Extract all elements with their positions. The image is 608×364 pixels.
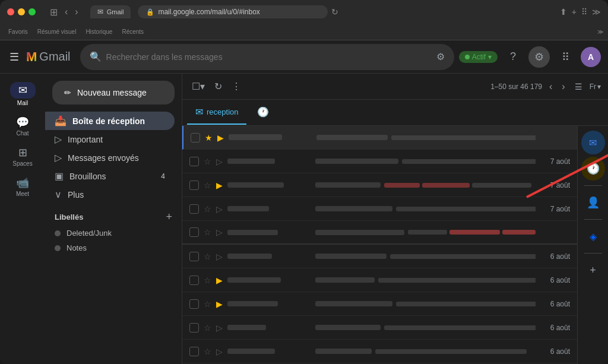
sidebar-item-sent[interactable]: ▷ Messages envoyés [45, 148, 175, 167]
row-important-icon[interactable]: ▷ [216, 347, 223, 356]
extensions-button[interactable]: ⠿ [581, 7, 587, 17]
prev-page-button[interactable]: ‹ [547, 79, 555, 94]
new-tab-button[interactable]: + [572, 7, 577, 17]
table-row[interactable]: ☆ ▷ 6 août [182, 245, 577, 268]
row-star-icon[interactable]: ★ [205, 133, 213, 143]
tasks-sidebar-button[interactable]: 🕐 [581, 157, 605, 181]
row-checkbox[interactable] [191, 133, 200, 143]
compose-button[interactable]: ✏ Nouveau message [52, 81, 175, 105]
search-options-button[interactable]: ⚙ [436, 51, 445, 62]
tab-clock[interactable]: 🕐 [249, 100, 277, 125]
row-star-icon[interactable]: ☆ [204, 252, 211, 261]
row-checkbox[interactable] [189, 227, 199, 237]
sidebar-item-inbox[interactable]: 📥 Boîte de réception [45, 112, 175, 130]
maximize-button[interactable] [28, 8, 36, 15]
address-bar[interactable]: 🔒 mail.google.com/mail/u/0/#inbox [138, 5, 328, 18]
toolbar-bookmark-3[interactable]: Historique [82, 27, 116, 36]
hamburger-menu-button[interactable]: ☰ [7, 48, 21, 66]
avatar-button[interactable]: A [581, 47, 601, 67]
row-star-icon[interactable]: ☆ [204, 157, 211, 166]
traffic-lights [7, 8, 36, 15]
table-row[interactable]: ☆ ▶ 7 août [182, 173, 577, 197]
close-button[interactable] [7, 8, 14, 15]
refresh-button[interactable]: ↻ [212, 78, 224, 94]
view-toggle-button[interactable]: ☰ [572, 80, 585, 94]
more-options-button[interactable]: ⋮ [229, 78, 243, 94]
row-checkbox[interactable] [189, 252, 199, 261]
add-label-button[interactable]: + [166, 211, 172, 223]
apps-button[interactable]: ⠿ [555, 46, 576, 68]
sidebar-label-deleted[interactable]: Deleted/Junk [45, 226, 175, 240]
sent-label: Messages envoyés [68, 153, 139, 163]
search-input[interactable] [106, 52, 432, 62]
select-all-button[interactable]: ☐▾ [189, 78, 207, 94]
browser-tab[interactable]: ✉ Gmail [90, 5, 131, 18]
language-button[interactable]: Fr ▾ [590, 83, 601, 91]
left-nav: ✉ Mail 💬 Chat ⊞ Spaces 📹 Meet [0, 74, 45, 364]
nav-item-meet[interactable]: 📹 Meet [4, 173, 42, 201]
notes-label-text: Notes [66, 243, 87, 252]
row-star-icon[interactable]: ☆ [204, 204, 211, 214]
nav-item-mail[interactable]: ✉ Mail [4, 78, 42, 110]
minimize-button[interactable] [18, 8, 25, 15]
sidebar-label-notes[interactable]: Notes [45, 240, 175, 255]
row-important-icon[interactable]: ▶ [217, 133, 224, 143]
share-button[interactable]: ⬆ [560, 7, 567, 17]
more-button[interactable]: ≫ [592, 7, 601, 17]
row-important-icon[interactable]: ▷ [216, 204, 223, 214]
row-star-icon[interactable]: ☆ [204, 181, 211, 190]
settings-button[interactable]: ⚙ [528, 46, 550, 68]
row-date: 6 août [540, 347, 570, 356]
calendar-sidebar-button[interactable]: ✉ [581, 131, 605, 154]
row-important-icon[interactable]: ▷ [216, 227, 223, 237]
status-badge[interactable]: Actif ▾ [459, 51, 498, 63]
table-row[interactable]: ★ ▶ [182, 126, 577, 150]
table-row[interactable]: ☆ ▷ 7 août [182, 150, 577, 173]
row-important-icon[interactable]: ▷ [216, 157, 223, 166]
search-bar[interactable]: 🔍 ⚙ [80, 44, 454, 70]
row-checkbox[interactable] [189, 347, 199, 356]
toolbar-bookmark-2[interactable]: Résumé visuel [34, 27, 80, 36]
contacts-sidebar-button[interactable]: 👤 [581, 191, 605, 214]
row-checkbox[interactable] [189, 181, 199, 190]
row-star-icon[interactable]: ☆ [204, 276, 211, 285]
sidebar-item-important[interactable]: ▷ Important [45, 130, 175, 148]
next-page-button[interactable]: › [559, 79, 567, 94]
toolbar-bookmark-4[interactable]: Récents [118, 27, 147, 36]
sidebar-item-more[interactable]: ∨ Plus [45, 185, 175, 204]
table-row[interactable]: ☆ ▶ 6 août [182, 292, 577, 316]
row-star-icon[interactable]: ☆ [204, 347, 211, 356]
table-row[interactable]: ☆ ▷ [182, 221, 577, 245]
table-row[interactable]: ☆ ▷ 6 août [182, 340, 577, 363]
table-row[interactable]: ☆ ▶ 6 août [182, 268, 577, 292]
tab-primary[interactable]: ✉ reception [187, 100, 246, 125]
row-star-icon[interactable]: ☆ [204, 299, 211, 309]
add-sidebar-button[interactable]: + [581, 258, 605, 282]
nav-item-chat[interactable]: 💬 Chat [4, 112, 42, 140]
row-important-icon[interactable]: ▷ [216, 252, 223, 261]
row-checkbox[interactable] [189, 323, 199, 333]
sidebar-item-drafts[interactable]: ▣ Brouillons 4 [45, 167, 175, 185]
row-important-icon[interactable]: ▷ [216, 323, 223, 333]
chat-icon: 💬 [16, 116, 29, 129]
forward-nav-button[interactable]: › [72, 5, 80, 19]
nav-item-spaces[interactable]: ⊞ Spaces [4, 143, 42, 170]
row-important-icon[interactable]: ▶ [216, 299, 223, 309]
forward-button[interactable]: ‹ [62, 5, 70, 19]
row-checkbox[interactable] [189, 157, 199, 166]
row-star-icon[interactable]: ☆ [204, 227, 211, 237]
dropbox-sidebar-button[interactable]: ◈ [581, 224, 605, 248]
table-row[interactable]: ☆ ▷ 6 août [182, 316, 577, 340]
back-button[interactable]: ⊞ [48, 5, 60, 19]
toolbar-more[interactable]: ≫ [597, 29, 603, 35]
reload-button[interactable]: ↻ [331, 7, 338, 17]
row-important-icon[interactable]: ▶ [216, 276, 223, 285]
row-checkbox[interactable] [189, 204, 199, 214]
table-row[interactable]: ☆ ▷ 7 août [182, 197, 577, 221]
toolbar-bookmark-1[interactable]: Favoris [5, 27, 31, 36]
row-star-icon[interactable]: ☆ [204, 323, 211, 333]
help-button[interactable]: ? [502, 46, 524, 68]
row-important-icon[interactable]: ▶ [216, 181, 223, 190]
row-checkbox[interactable] [189, 299, 199, 309]
row-checkbox[interactable] [189, 276, 199, 285]
